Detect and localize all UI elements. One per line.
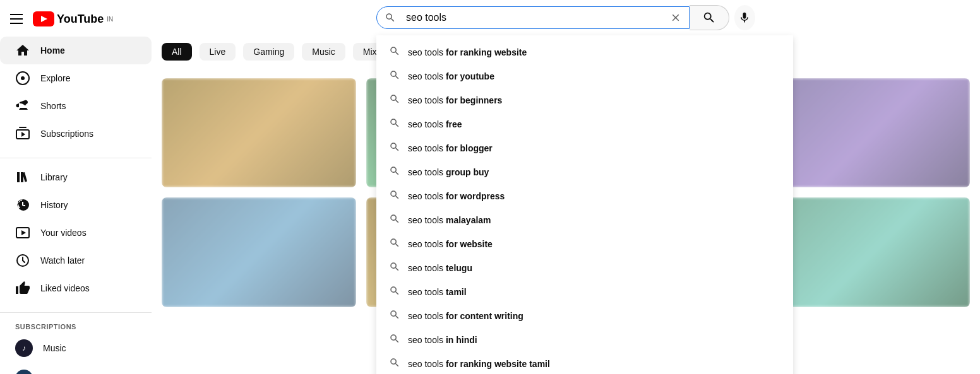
autocomplete-item-13[interactable]: seo tools in hindi [376, 328, 793, 352]
filter-chip-live[interactable]: Live [200, 43, 236, 61]
subscriptions-icon [15, 126, 30, 141]
autocomplete-search-icon-11 [389, 285, 400, 299]
sidebar-library-label: Library [40, 172, 68, 182]
autocomplete-search-icon-9 [389, 237, 400, 251]
library-nav: Library History Your videos Watch later … [0, 163, 152, 307]
search-input[interactable] [403, 7, 662, 28]
youtube-country: IN [107, 16, 113, 23]
autocomplete-text-2: seo tools for youtube [408, 71, 494, 81]
filter-chip-gaming[interactable]: Gaming [243, 43, 294, 61]
filter-chip-all[interactable]: All [162, 43, 192, 61]
autocomplete-text-1: seo tools for ranking website [408, 47, 527, 57]
autocomplete-text-9: seo tools for website [408, 239, 493, 249]
search-button[interactable] [690, 5, 729, 30]
sidebar-watch-later-label: Watch later [40, 255, 85, 266]
search-wrapper [376, 5, 755, 30]
autocomplete-item-10[interactable]: seo tools telugu [376, 256, 793, 280]
sidebar-item-your-videos[interactable]: Your videos [0, 219, 152, 247]
autocomplete-item-14[interactable]: seo tools for ranking website tamil [376, 352, 793, 374]
autocomplete-dropdown: seo tools for ranking website seo tools … [376, 35, 793, 374]
your-videos-icon [15, 225, 30, 240]
sidebar-item-explore[interactable]: Explore [0, 64, 152, 92]
autocomplete-item-4[interactable]: seo tools free [376, 112, 793, 136]
autocomplete-item-8[interactable]: seo tools malayalam [376, 208, 793, 232]
autocomplete-search-icon-4 [389, 117, 400, 131]
autocomplete-search-icon-7 [389, 189, 400, 203]
autocomplete-text-4: seo tools free [408, 119, 462, 129]
autocomplete-text-14: seo tools for ranking website tamil [408, 359, 550, 369]
search-container [376, 6, 690, 29]
video-card-8[interactable] [775, 197, 970, 307]
autocomplete-item-2[interactable]: seo tools for youtube [376, 64, 793, 88]
filter-chip-music[interactable]: Music [302, 43, 345, 61]
autocomplete-search-icon-1 [389, 45, 400, 59]
autocomplete-text-7: seo tools for wordpress [408, 191, 505, 201]
autocomplete-item-11[interactable]: seo tools tamil [376, 280, 793, 304]
sidebar-subscriptions-label: Subscriptions [40, 129, 93, 139]
youtube-logo[interactable]: YouTubeIN [33, 11, 113, 26]
explore-icon [15, 71, 30, 86]
sidebar-shorts-label: Shorts [40, 101, 66, 111]
autocomplete-search-icon-2 [389, 69, 400, 83]
sidebar-item-home[interactable]: Home [0, 37, 152, 64]
autocomplete-item-9[interactable]: seo tools for website [376, 232, 793, 256]
sidebar-sub-item-sports[interactable]: ⚽ Sports [0, 363, 152, 374]
sidebar-item-shorts[interactable]: Shorts [0, 92, 152, 120]
sidebar-item-subscriptions[interactable]: Subscriptions [0, 120, 152, 148]
video-card-1[interactable] [162, 78, 356, 187]
video-card-5[interactable] [162, 197, 356, 307]
sidebar-header: YouTubeIN [0, 6, 152, 37]
home-icon [15, 43, 30, 58]
youtube-logo-text: YouTube [57, 13, 104, 26]
autocomplete-search-icon-5 [389, 141, 400, 155]
autocomplete-text-12: seo tools for content writing [408, 311, 523, 321]
autocomplete-search-icon-3 [389, 93, 400, 107]
sidebar-item-history[interactable]: History [0, 191, 152, 219]
sidebar-sub-item-music[interactable]: ♪ Music [0, 333, 152, 363]
subscriptions-section-title: SUBSCRIPTIONS [0, 318, 152, 333]
autocomplete-item-12[interactable]: seo tools for content writing [376, 304, 793, 328]
history-icon [15, 197, 30, 213]
sidebar-item-library[interactable]: Library [0, 163, 152, 191]
autocomplete-item-7[interactable]: seo tools for wordpress [376, 184, 793, 208]
autocomplete-item-6[interactable]: seo tools group buy [376, 160, 793, 184]
autocomplete-search-icon-14 [389, 357, 400, 371]
sidebar-divider-1 [0, 158, 152, 158]
autocomplete-text-11: seo tools tamil [408, 287, 467, 297]
sidebar-explore-label: Explore [40, 73, 70, 83]
autocomplete-search-icon-13 [389, 333, 400, 347]
main-nav: Home Explore Shorts Subscriptions [0, 37, 152, 153]
youtube-logo-icon [33, 11, 54, 26]
svg-point-3 [21, 76, 25, 80]
autocomplete-item-3[interactable]: seo tools for beginners [376, 88, 793, 112]
music-avatar: ♪ [15, 339, 33, 357]
sidebar-divider-2 [0, 312, 152, 313]
clear-search-button[interactable] [662, 12, 689, 23]
sidebar-music-label: Music [43, 343, 66, 353]
sidebar-item-watch-later[interactable]: Watch later [0, 247, 152, 274]
autocomplete-text-13: seo tools in hindi [408, 335, 477, 345]
library-icon [15, 170, 30, 185]
sidebar: YouTubeIN Home Explore Shorts Subscri [0, 0, 152, 374]
autocomplete-search-icon-10 [389, 261, 400, 275]
sidebar-liked-videos-label: Liked videos [40, 283, 90, 293]
autocomplete-text-5: seo tools for blogger [408, 143, 493, 153]
autocomplete-text-10: seo tools telugu [408, 263, 472, 273]
autocomplete-text-3: seo tools for beginners [408, 95, 502, 105]
hamburger-icon[interactable] [10, 14, 23, 24]
liked-videos-icon [15, 281, 30, 296]
mic-button[interactable] [734, 5, 755, 30]
sidebar-your-videos-label: Your videos [40, 228, 87, 238]
autocomplete-item-1[interactable]: seo tools for ranking website [376, 40, 793, 64]
autocomplete-search-icon-12 [389, 309, 400, 323]
topbar [152, 0, 980, 35]
search-left-icon [377, 12, 403, 23]
sidebar-history-label: History [40, 200, 68, 210]
autocomplete-item-5[interactable]: seo tools for blogger [376, 136, 793, 160]
sidebar-item-liked-videos[interactable]: Liked videos [0, 274, 152, 302]
svg-marker-8 [21, 230, 26, 235]
svg-rect-5 [17, 172, 20, 182]
sports-avatar: ⚽ [15, 370, 33, 374]
autocomplete-text-6: seo tools group buy [408, 167, 489, 177]
video-card-4[interactable] [775, 78, 970, 187]
